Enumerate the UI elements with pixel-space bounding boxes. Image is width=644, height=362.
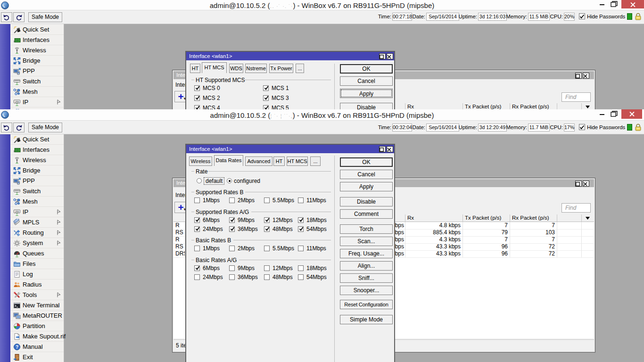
svg-text:255: 255 [15,100,19,103]
svg-text:255: 255 [15,210,19,213]
svg-text:?: ? [16,345,18,350]
